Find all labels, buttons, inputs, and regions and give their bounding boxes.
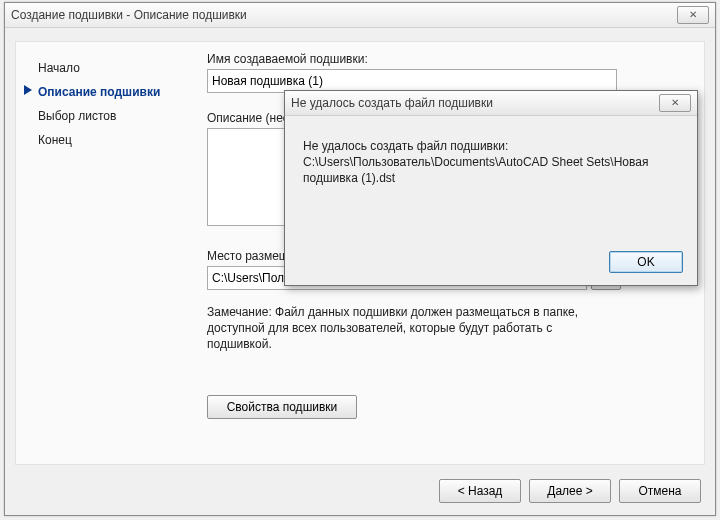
error-dialog-close-button[interactable]: ✕ [659,94,691,112]
sheetset-properties-button[interactable]: Свойства подшивки [207,395,357,419]
wizard-footer: < Назад Далее > Отмена [439,479,701,503]
close-icon: ✕ [689,10,697,20]
sheetset-note: Замечание: Файл данных подшивки должен р… [207,304,617,353]
next-button[interactable]: Далее > [529,479,611,503]
step-select-sheets[interactable]: Выбор листов [24,104,193,128]
sheetset-name-label: Имя создаваемой подшивки: [207,52,684,66]
ok-button[interactable]: OK [609,251,683,273]
wizard-close-button[interactable]: ✕ [677,6,709,24]
error-dialog-titlebar: Не удалось создать файл подшивки ✕ [285,91,697,116]
error-message-path: C:\Users\Пользователь\Documents\AutoCAD … [303,154,679,186]
close-icon: ✕ [671,98,679,108]
back-button[interactable]: < Назад [439,479,521,503]
step-finish[interactable]: Конец [24,128,193,152]
wizard-titlebar: Создание подшивки - Описание подшивки ✕ [5,3,715,28]
error-dialog-footer: OK [609,251,683,273]
step-description[interactable]: Описание подшивки [24,80,193,104]
wizard-steps: Начало Описание подшивки Выбор листов Ко… [16,42,201,464]
error-dialog-title: Не удалось создать файл подшивки [291,96,659,110]
step-start[interactable]: Начало [24,56,193,80]
error-dialog-body: Не удалось создать файл подшивки: C:\Use… [285,116,697,187]
error-dialog: Не удалось создать файл подшивки ✕ Не уд… [284,90,698,286]
cancel-button[interactable]: Отмена [619,479,701,503]
wizard-title: Создание подшивки - Описание подшивки [11,8,677,22]
error-message-line1: Не удалось создать файл подшивки: [303,138,679,154]
